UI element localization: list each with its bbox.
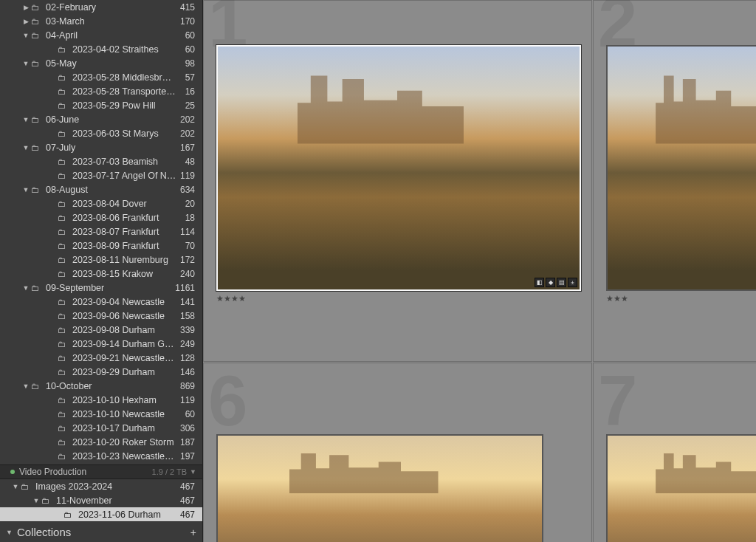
- badge-icon[interactable]: ◆: [546, 278, 555, 287]
- folder-name: 2023-11-06 Durham: [78, 510, 177, 520]
- folder-count: 57: [182, 72, 195, 83]
- folder-row[interactable]: ▼🗀06-June202: [0, 112, 202, 126]
- folder-row[interactable]: 🗀2023-08-04 Dover20: [0, 196, 202, 210]
- folder-row[interactable]: 🗀2023-05-28 Middlesbr…57: [0, 70, 202, 84]
- folder-count: 1161: [172, 283, 195, 293]
- folder-icon: 🗀: [58, 438, 68, 447]
- folder-icon: 🗀: [58, 87, 68, 96]
- folder-row[interactable]: 🗀2023-10-10 Hexham119: [0, 393, 202, 407]
- thumbnail[interactable]: [606, 434, 756, 542]
- grid-cell[interactable]: 2★★★: [593, 0, 756, 362]
- disclosure-triangle-icon[interactable]: ▼: [22, 32, 30, 39]
- folder-icon: 🗀: [58, 227, 68, 236]
- folder-count: 119: [177, 395, 195, 405]
- disclosure-triangle-icon[interactable]: ▼: [32, 497, 40, 504]
- folder-row[interactable]: 🗀2023-08-15 Krakow240: [0, 267, 202, 281]
- folder-name: 2023-06-03 St Marys: [72, 128, 177, 139]
- folder-row[interactable]: 🗀2023-08-06 Frankfurt18: [0, 210, 202, 224]
- rating-stars[interactable]: ★★★★: [216, 294, 246, 303]
- folder-row[interactable]: 🗀2023-09-04 Newcastle141: [0, 295, 202, 309]
- folders-panel: ▶🗀02-February415▶🗀03-March170▼🗀04-April6…: [0, 0, 203, 542]
- folder-row[interactable]: 🗀2023-09-14 Durham G…249: [0, 337, 202, 351]
- folder-icon: 🗀: [58, 241, 68, 250]
- thumbnail[interactable]: ◧◆▤±: [216, 45, 581, 291]
- add-collection-button[interactable]: +: [190, 526, 196, 538]
- folder-row[interactable]: 🗀2023-08-11 Nuremburg172: [0, 253, 202, 267]
- folder-icon: 🗀: [31, 143, 41, 152]
- folder-row[interactable]: 🗀2023-10-17 Durham306: [0, 421, 202, 435]
- folder-row[interactable]: ▼🗀Images 2023-2024467: [0, 479, 202, 493]
- volume-row[interactable]: Video Production 1.9 / 2 TB ▼: [0, 464, 202, 479]
- folder-row[interactable]: ▼🗀05-May98: [0, 56, 202, 70]
- disclosure-triangle-icon[interactable]: ▼: [22, 116, 30, 123]
- folder-row[interactable]: 🗀2023-07-17 Angel Of N…119: [0, 168, 202, 182]
- folder-row[interactable]: ▼🗀10-October869: [0, 379, 202, 393]
- folder-icon: 🗀: [21, 482, 31, 491]
- folder-row[interactable]: 🗀2023-07-03 Beamish48: [0, 154, 202, 168]
- folder-name: 2023-09-21 Newcastle…: [72, 353, 177, 363]
- grid-cell[interactable]: 6: [203, 363, 592, 542]
- grid-cell[interactable]: 7: [593, 363, 756, 542]
- folder-row[interactable]: 🗀2023-05-28 Transporte…16: [0, 84, 202, 98]
- folder-count: 114: [177, 227, 195, 237]
- disclosure-triangle-icon[interactable]: ▼: [22, 60, 30, 67]
- folder-count: 467: [177, 481, 195, 492]
- thumbnail[interactable]: [216, 434, 543, 542]
- folder-count: 634: [177, 185, 195, 195]
- folder-row[interactable]: ▶🗀03-March170: [0, 14, 202, 28]
- folder-row[interactable]: ▼🗀09-September1161: [0, 281, 202, 295]
- folder-row[interactable]: ▼🗀08-August634: [0, 182, 202, 196]
- folder-row[interactable]: 🗀2023-09-06 Newcastle158: [0, 309, 202, 323]
- folder-row[interactable]: 🗀2023-09-08 Durham339: [0, 323, 202, 337]
- folder-count: 60: [182, 44, 195, 55]
- collections-panel-header[interactable]: ▼ Collections +: [0, 521, 202, 542]
- disclosure-triangle-icon[interactable]: ▼: [22, 144, 30, 151]
- grid-view[interactable]: 1◧◆▤±★★★★2★★★67: [203, 0, 756, 542]
- folder-row[interactable]: 🗀2023-05-29 Pow Hill25: [0, 98, 202, 112]
- folder-row[interactable]: 🗀2023-09-29 Durham146: [0, 365, 202, 379]
- folder-count: 306: [177, 423, 195, 433]
- folder-icon: 🗀: [58, 340, 68, 349]
- folder-row[interactable]: 🗀2023-06-03 St Marys202: [0, 126, 202, 140]
- disclosure-triangle-icon[interactable]: ▼: [22, 186, 30, 193]
- badge-icon[interactable]: ▤: [557, 278, 566, 287]
- folder-name: 03-March: [46, 16, 177, 27]
- folder-count: 170: [177, 16, 195, 27]
- disclosure-triangle-icon[interactable]: ▶: [22, 18, 30, 25]
- folder-name: 2023-07-03 Beamish: [72, 157, 182, 167]
- folder-icon: 🗀: [58, 298, 68, 306]
- folder-icon: 🗀: [58, 199, 68, 208]
- folder-row[interactable]: ▼🗀04-April60: [0, 28, 202, 42]
- folder-tree: ▶🗀02-February415▶🗀03-March170▼🗀04-April6…: [0, 0, 202, 464]
- folder-name: 2023-09-29 Durham: [72, 367, 177, 377]
- folder-row[interactable]: 🗀2023-08-07 Frankfurt114: [0, 224, 202, 239]
- folder-row[interactable]: 🗀2023-10-23 Newcastle…197: [0, 449, 202, 463]
- rating-stars[interactable]: ★★★: [606, 294, 628, 303]
- disclosure-triangle-icon[interactable]: ▼: [22, 284, 30, 292]
- badge-icon[interactable]: ◧: [535, 278, 544, 287]
- folder-name: 09-September: [46, 283, 172, 293]
- folder-name: 2023-10-10 Hexham: [72, 395, 177, 405]
- folder-row[interactable]: 🗀2023-08-09 Frankfurt70: [0, 239, 202, 253]
- badge-icon[interactable]: ±: [568, 278, 577, 287]
- folder-count: 146: [177, 367, 195, 377]
- folder-row[interactable]: 🗀2023-10-20 Roker Storm187: [0, 435, 202, 449]
- disclosure-triangle-icon[interactable]: ▶: [22, 4, 30, 11]
- folder-icon: 🗀: [31, 115, 41, 124]
- folder-name: 2023-05-28 Transporte…: [72, 86, 182, 97]
- folder-row[interactable]: ▶🗀02-February415: [0, 0, 202, 14]
- folder-row[interactable]: ▼🗀07-July167: [0, 140, 202, 154]
- disclosure-triangle-icon[interactable]: ▼: [22, 383, 30, 390]
- folder-count: 415: [177, 2, 195, 13]
- folder-row[interactable]: 🗀2023-09-21 Newcastle…128: [0, 351, 202, 365]
- folder-row[interactable]: 🗀2023-04-02 Straithes60: [0, 42, 202, 56]
- folder-row[interactable]: 🗀2023-11-06 Durham467: [0, 507, 202, 521]
- folder-row[interactable]: ▼🗀11-November467: [0, 493, 202, 507]
- grid-cell[interactable]: 1◧◆▤±★★★★: [203, 0, 592, 362]
- disclosure-triangle-icon[interactable]: ▼: [12, 483, 19, 490]
- folder-name: 2023-09-08 Durham: [72, 325, 177, 335]
- folder-count: 60: [182, 409, 195, 419]
- folder-row[interactable]: 🗀2023-10-10 Newcastle60: [0, 407, 202, 421]
- thumbnail[interactable]: [606, 45, 756, 291]
- folder-count: 240: [177, 269, 195, 279]
